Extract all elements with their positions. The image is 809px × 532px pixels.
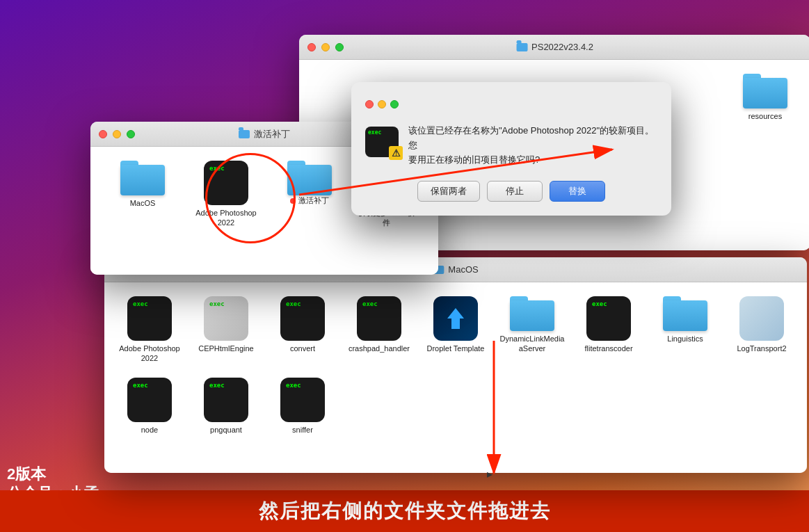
- macos-exec-flite-icon: exec: [586, 296, 631, 341]
- dialog-content: exec ⚠ 该位置已经存在名称为"Adobe Photoshop 2022"的…: [365, 124, 657, 167]
- circle-highlight: [205, 153, 296, 243]
- macos-file-log[interactable]: LogTransport2: [730, 296, 793, 364]
- dialog-box: exec ⚠ 该位置已经存在名称为"Adobe Photoshop 2022"的…: [351, 82, 671, 216]
- dialog-buttons: 保留两者 停止 替换: [365, 181, 657, 202]
- dialog-message: 该位置已经存在名称为"Adobe Photoshop 2022"的较新项目。您 …: [408, 124, 657, 167]
- btn-replace[interactable]: 替换: [550, 181, 605, 202]
- tl-green-dialog[interactable]: [390, 100, 399, 108]
- macos-exec-log-icon: [739, 296, 784, 341]
- macos-droplet-label: Droplet Template: [427, 344, 485, 353]
- svg-marker-0: [447, 308, 464, 329]
- folder-body: [743, 78, 787, 108]
- macos-title: MacOS: [433, 264, 478, 275]
- macos-window: MacOS exec Adobe Photoshop2022 exec CEPH…: [104, 257, 807, 473]
- folder-body-macos: [120, 165, 165, 195]
- dialog-warning-badge: ⚠: [389, 146, 403, 160]
- macos-folder-linguistics-icon: [663, 296, 707, 331]
- tl-green-ps2022[interactable]: [335, 43, 344, 51]
- macos-exec-pngquant-icon: exec: [204, 378, 248, 422]
- macos-exec-ps-icon: exec: [127, 296, 172, 341]
- file-resources-label: resources: [748, 111, 782, 121]
- dialog-icon-exec-label: exec: [368, 129, 381, 136]
- bottom-banner-text: 然后把右侧的文件夹文件拖进去: [259, 498, 551, 524]
- macos-log-label: LogTransport2: [737, 344, 786, 353]
- folder-resources-icon: [743, 74, 787, 108]
- file-resources[interactable]: resources: [734, 74, 796, 121]
- macos-file-ps[interactable]: exec Adobe Photoshop2022: [118, 296, 181, 364]
- patch-folder-label: 激活补丁: [298, 195, 329, 206]
- ps2022-title: PS2022v23.4.2: [516, 42, 593, 52]
- tl-red-dialog[interactable]: [365, 100, 374, 108]
- macos-file-dlms[interactable]: DynamicLinkMediaaServer: [501, 296, 563, 364]
- macos-folder-dlms-icon: [510, 296, 554, 331]
- macos-file-sniffer[interactable]: exec sniffer: [271, 378, 334, 435]
- tl-yellow-patch[interactable]: [113, 130, 121, 138]
- tl-red-patch[interactable]: [99, 130, 107, 138]
- tl-yellow-dialog[interactable]: [378, 100, 386, 108]
- file-macos[interactable]: MacOS: [111, 161, 174, 208]
- patch-title: 激活补丁: [239, 128, 290, 140]
- file-macos-label: MacOS: [130, 198, 156, 208]
- bottom-banner: 然后把右侧的文件夹文件拖进去: [0, 490, 809, 532]
- macos-file-convert[interactable]: exec convert: [271, 296, 334, 364]
- macos-pngquant-label: pngquant: [210, 425, 242, 435]
- macos-title-text: MacOS: [448, 264, 478, 275]
- macos-exec-crashpad-icon: exec: [357, 296, 401, 341]
- macos-file-droplet[interactable]: Droplet Template: [424, 296, 487, 364]
- tl-yellow-ps2022[interactable]: [321, 43, 330, 51]
- macos-file-linguistics[interactable]: Linguistics: [654, 296, 716, 364]
- folder-icon-patch: [239, 130, 250, 138]
- macos-file-flite[interactable]: exec flitetranscoder: [577, 296, 640, 364]
- macos-file-crashpad[interactable]: exec crashpad_handler: [348, 296, 410, 364]
- tl-red-ps2022[interactable]: [307, 43, 316, 51]
- ps-arrow-icon: [442, 305, 470, 332]
- macos-dlms-label: DynamicLinkMediaaServer: [500, 334, 565, 354]
- macos-linguistics-label: Linguistics: [667, 334, 703, 344]
- patch-title-text: 激活补丁: [254, 128, 290, 140]
- macos-ps-label: Adobe Photoshop2022: [119, 344, 179, 364]
- macos-exec-sniffer-icon: exec: [280, 378, 325, 422]
- ps2022-title-text: PS2022v23.4.2: [531, 42, 593, 52]
- macos-file-pngquant[interactable]: exec pngquant: [195, 378, 257, 435]
- macos-file-node[interactable]: exec node: [118, 378, 181, 435]
- dialog-message-line2: 要用正在移动的旧项目替换它吗?: [408, 154, 540, 165]
- macos-exec-cep-icon: exec: [204, 296, 248, 341]
- macos-flite-label: flitetranscoder: [584, 344, 632, 353]
- folder-macos-icon: [120, 161, 165, 195]
- macos-cep-label: CEPHtmlEngine: [198, 344, 253, 353]
- mouse-cursor: ▸: [487, 467, 492, 481]
- ps2022-titlebar: PS2022v23.4.2: [299, 35, 809, 60]
- tl-green-patch[interactable]: [127, 130, 135, 138]
- macos-crashpad-label: crashpad_handler: [349, 344, 410, 353]
- btn-stop[interactable]: 停止: [487, 181, 543, 202]
- macos-sniffer-label: sniffer: [292, 425, 313, 435]
- macos-convert-label: convert: [290, 344, 315, 353]
- macos-exec-convert-icon: exec: [280, 296, 325, 341]
- btn-keep-both[interactable]: 保留两者: [417, 181, 480, 202]
- macos-content: exec Adobe Photoshop2022 exec CEPHtmlEng…: [104, 282, 807, 473]
- version-label: 2版本: [7, 464, 46, 485]
- macos-node-label: node: [141, 425, 158, 435]
- macos-file-cep[interactable]: exec CEPHtmlEngine: [195, 296, 257, 364]
- macos-exec-node-icon: exec: [127, 378, 172, 422]
- patch-dot-label: 激活补丁: [290, 195, 329, 206]
- dialog-file-icon: exec ⚠: [365, 124, 399, 157]
- folder-icon-ps2022: [516, 43, 527, 51]
- dialog-titlebar: [365, 96, 657, 113]
- dialog-message-line1: 该位置已经存在名称为"Adobe Photoshop 2022"的较新项目。您: [408, 125, 654, 150]
- macos-ps-droplet-icon: [433, 296, 478, 341]
